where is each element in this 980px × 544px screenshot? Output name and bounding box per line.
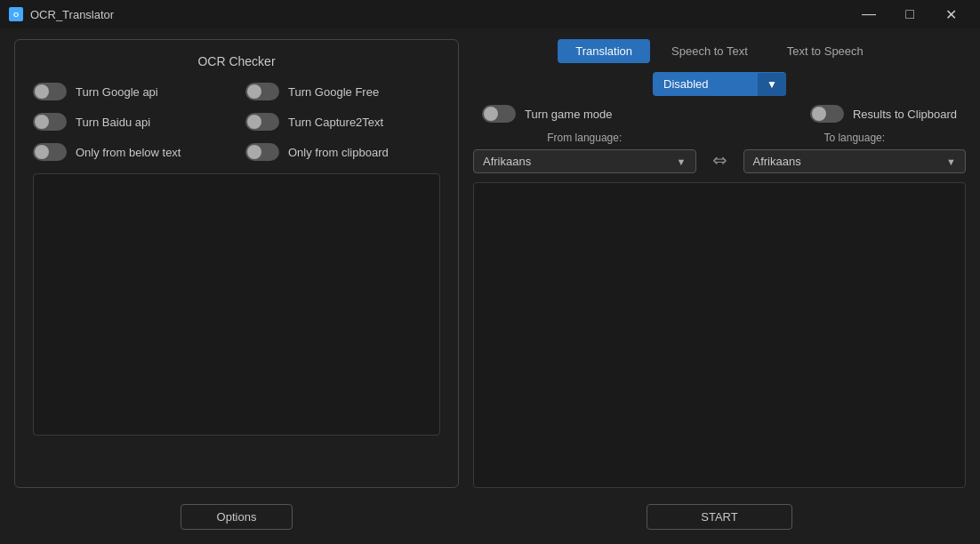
titlebar: O OCR_Translator — □ ✕ bbox=[0, 0, 980, 28]
game-mode-label: Turn game mode bbox=[525, 108, 613, 121]
start-btn-row: START bbox=[473, 497, 966, 533]
toggle-baidu-api: Turn Baidu api bbox=[33, 113, 228, 131]
toggle-google-api-knob bbox=[35, 84, 49, 99]
toggle-baidu-api-knob bbox=[35, 115, 49, 129]
tab-text-to-speech[interactable]: Text to Speech bbox=[769, 39, 881, 63]
main-content: OCR Checker Turn Google api Turn Google … bbox=[0, 28, 980, 544]
toggle-capture2text-switch[interactable] bbox=[245, 113, 279, 131]
toggle-clipboard-label: Only from clipboard bbox=[288, 146, 389, 159]
start-button[interactable]: START bbox=[647, 504, 791, 530]
to-lang-select[interactable]: Afrikaans ▼ bbox=[743, 149, 967, 173]
to-lang-label: To language: bbox=[743, 132, 967, 144]
results-clipboard-label: Results to Clipboard bbox=[853, 108, 957, 121]
right-panel: Translation Speech to Text Text to Speec… bbox=[473, 39, 966, 533]
to-lang-arrow-icon: ▼ bbox=[946, 156, 956, 167]
disabled-row: Disabled ▼ bbox=[473, 72, 966, 96]
left-panel: OCR Checker Turn Google api Turn Google … bbox=[14, 39, 459, 533]
ocr-text-area bbox=[33, 173, 440, 436]
dropdown-arrow-icon: ▼ bbox=[758, 73, 786, 96]
toggle-google-api: Turn Google api bbox=[33, 83, 228, 100]
options-btn-row: Options bbox=[14, 497, 459, 533]
titlebar-controls: — □ ✕ bbox=[848, 0, 971, 28]
from-lang-group: From language: Afrikaans ▼ bbox=[473, 132, 696, 173]
toggle-google-free-label: Turn Google Free bbox=[288, 85, 379, 99]
toggle-below-text-knob bbox=[35, 145, 49, 159]
ocr-checker-box: OCR Checker Turn Google api Turn Google … bbox=[14, 39, 459, 488]
results-clipboard-switch[interactable] bbox=[810, 105, 844, 123]
app-title: OCR_Translator bbox=[30, 8, 114, 21]
maximize-button[interactable]: □ bbox=[889, 0, 930, 28]
ocr-checker-title: OCR Checker bbox=[33, 54, 440, 68]
from-lang-arrow-icon: ▼ bbox=[677, 156, 687, 167]
mode-toggles-row: Turn game mode Results to Clipboard bbox=[473, 105, 966, 123]
toggle-below-text-label: Only from below text bbox=[76, 146, 181, 159]
toggle-baidu-api-label: Turn Baidu api bbox=[76, 116, 150, 129]
disabled-label: Disabled bbox=[653, 72, 758, 96]
swap-languages-button[interactable]: ⇔ bbox=[705, 149, 735, 171]
translation-panel: Disabled ▼ Turn game mode Results to Cli… bbox=[473, 72, 966, 488]
toggle-clipboard-switch[interactable] bbox=[245, 143, 279, 161]
options-button[interactable]: Options bbox=[181, 504, 293, 530]
toggle-clipboard-knob bbox=[247, 145, 261, 159]
toggle-clipboard: Only from clipboard bbox=[245, 143, 440, 161]
from-lang-value: Afrikaans bbox=[483, 155, 531, 168]
toggle-google-free-knob bbox=[247, 84, 261, 99]
toggle-capture2text-label: Turn Capture2Text bbox=[288, 116, 383, 129]
titlebar-left: O OCR_Translator bbox=[9, 7, 114, 21]
tabs-row: Translation Speech to Text Text to Speec… bbox=[473, 39, 966, 63]
from-lang-label: From language: bbox=[473, 132, 696, 144]
disabled-dropdown[interactable]: Disabled ▼ bbox=[653, 72, 786, 96]
clipboard-toggle-item: Results to Clipboard bbox=[810, 105, 957, 123]
to-lang-group: To language: Afrikaans ▼ bbox=[743, 132, 967, 173]
toggles-grid: Turn Google api Turn Google Free Turn Ba… bbox=[33, 83, 440, 161]
minimize-button[interactable]: — bbox=[848, 0, 889, 28]
game-mode-knob bbox=[484, 107, 498, 121]
toggle-google-free: Turn Google Free bbox=[245, 83, 440, 100]
toggle-google-api-switch[interactable] bbox=[33, 83, 67, 100]
toggle-google-api-label: Turn Google api bbox=[76, 85, 158, 99]
app-icon: O bbox=[9, 7, 23, 21]
svg-text:O: O bbox=[13, 11, 19, 19]
toggle-google-free-switch[interactable] bbox=[245, 83, 279, 100]
translation-output-area bbox=[473, 182, 966, 488]
game-mode-switch[interactable] bbox=[482, 105, 516, 123]
tab-speech-to-text[interactable]: Speech to Text bbox=[654, 39, 766, 63]
toggle-capture2text: Turn Capture2Text bbox=[245, 113, 440, 131]
language-row: From language: Afrikaans ▼ ⇔ To language… bbox=[473, 132, 966, 173]
results-clipboard-knob bbox=[812, 107, 826, 121]
toggle-below-text: Only from below text bbox=[33, 143, 228, 161]
toggle-baidu-api-switch[interactable] bbox=[33, 113, 67, 131]
tab-translation[interactable]: Translation bbox=[558, 39, 650, 63]
to-lang-value: Afrikaans bbox=[753, 155, 801, 168]
game-mode-toggle-item: Turn game mode bbox=[482, 105, 613, 123]
close-button[interactable]: ✕ bbox=[930, 0, 971, 28]
from-lang-select[interactable]: Afrikaans ▼ bbox=[473, 149, 696, 173]
toggle-capture2text-knob bbox=[247, 115, 261, 129]
toggle-below-text-switch[interactable] bbox=[33, 143, 67, 161]
